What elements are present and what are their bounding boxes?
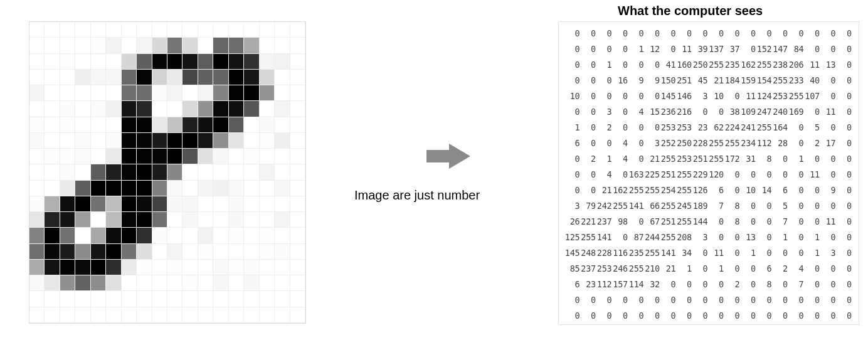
- pixel-cell: [260, 181, 275, 196]
- matrix-cell: 228: [692, 135, 708, 151]
- pixel-cell: [290, 117, 305, 133]
- pixel-cell: [29, 22, 45, 38]
- pixel-cell: [275, 117, 290, 133]
- pixel-cell: [183, 85, 198, 101]
- pixel-cell: [260, 164, 275, 180]
- matrix-cell: 0: [596, 308, 612, 324]
- pixel-cell: [106, 275, 121, 291]
- matrix-cell: 87: [628, 230, 644, 245]
- matrix-cell: 2: [804, 135, 820, 151]
- pixel-cell: [45, 54, 60, 70]
- pixel-cell: [91, 117, 106, 133]
- matrix-cell: 0: [580, 135, 596, 151]
- pixel-cell: [244, 164, 259, 180]
- pixel-cell: [137, 22, 152, 38]
- pixel-cell: [45, 164, 60, 180]
- pixel-cell: [106, 22, 121, 38]
- pixel-cell: [167, 275, 183, 291]
- pixel-cell: [229, 291, 244, 307]
- matrix-cell: 0: [756, 230, 772, 245]
- pixel-cell: [290, 244, 305, 260]
- matrix-cell: 1: [676, 261, 692, 277]
- matrix-cell: 0: [644, 120, 660, 135]
- matrix-cell: 0: [628, 135, 644, 151]
- matrix-cell: 10: [740, 183, 756, 198]
- pixel-cell: [91, 54, 106, 70]
- pixel-cell: [91, 22, 106, 38]
- pixel-cell: [213, 133, 228, 149]
- pixel-cell: [260, 228, 275, 243]
- pixel-cell: [75, 181, 90, 196]
- matrix-cell: 255: [660, 198, 676, 214]
- matrix-row: 002116225525525425512660101460090: [564, 183, 854, 198]
- pixel-cell: [213, 164, 228, 180]
- pixel-cell: [91, 181, 106, 196]
- matrix-cell: 0: [740, 261, 756, 277]
- matrix-row: 003041523621600381092472401690110: [564, 104, 854, 120]
- pixel-cell: [75, 164, 90, 180]
- matrix-cell: 251: [676, 73, 692, 88]
- matrix-cell: 0: [740, 167, 756, 183]
- matrix-cell: 255: [628, 183, 644, 198]
- matrix-cell: 241: [740, 120, 756, 135]
- matrix-cell: 159: [740, 73, 756, 88]
- pixel-cell: [91, 244, 106, 260]
- matrix-cell: 5: [804, 120, 820, 135]
- pixel-cell: [122, 70, 137, 85]
- matrix-cell: 2: [724, 277, 740, 292]
- matrix-cell: 0: [660, 292, 676, 308]
- matrix-cell: 0: [596, 292, 612, 308]
- matrix-cell: 84: [788, 41, 804, 57]
- matrix-cell: 0: [804, 41, 820, 57]
- pixel-cell: [137, 228, 152, 243]
- matrix-cell: 0: [660, 41, 676, 57]
- matrix-cell: 12: [644, 41, 660, 57]
- pixel-cell: [29, 307, 45, 323]
- pixel-cell: [106, 228, 121, 243]
- pixel-cell: [91, 307, 106, 323]
- pixel-cell: [152, 228, 167, 243]
- matrix-cell: 172: [724, 151, 740, 167]
- matrix-cell: 17: [820, 135, 836, 151]
- matrix-cell: 1: [804, 230, 820, 245]
- pixel-cell: [137, 275, 152, 291]
- pixel-cell: [75, 291, 90, 307]
- matrix-row: 0010004116025025523516225523820611130: [564, 57, 854, 73]
- matrix-cell: 0: [724, 167, 740, 183]
- pixel-cell: [198, 22, 213, 38]
- pixel-cell: [229, 117, 244, 133]
- matrix-cell: 14: [756, 183, 772, 198]
- matrix-cell: 0: [836, 261, 852, 277]
- matrix-cell: 0: [772, 151, 788, 167]
- matrix-row: 26221237980672512551440800700110: [564, 214, 854, 230]
- matrix-cell: 0: [724, 261, 740, 277]
- pixel-cell: [122, 196, 137, 212]
- matrix-cell: 248: [580, 245, 596, 261]
- matrix-cell: 16: [612, 73, 628, 88]
- matrix-cell: 0: [804, 292, 820, 308]
- pixel-cell: [260, 133, 275, 149]
- pixel-cell: [60, 275, 75, 291]
- matrix-cell: 0: [708, 26, 724, 41]
- matrix-cell: 252: [660, 135, 676, 151]
- matrix-cell: 254: [660, 183, 676, 198]
- matrix-cell: 11: [740, 88, 756, 104]
- matrix-cell: 126: [692, 183, 708, 198]
- pixel-cell: [213, 70, 228, 85]
- pixel-cell: [137, 244, 152, 260]
- pixel-cell: [91, 275, 106, 291]
- pixel-cell: [167, 101, 183, 117]
- pixel-cell: [290, 307, 305, 323]
- matrix-cell: 210: [644, 261, 660, 277]
- matrix-cell: 0: [724, 88, 740, 104]
- arrow-right-icon: [426, 141, 470, 174]
- matrix-cell: 107: [804, 88, 820, 104]
- matrix-cell: 13: [740, 230, 756, 245]
- matrix-cell: 0: [644, 308, 660, 324]
- pixel-cell: [29, 149, 45, 164]
- pixel-cell: [60, 101, 75, 117]
- matrix-cell: 0: [740, 214, 756, 230]
- pixel-cell: [152, 149, 167, 164]
- pixel-cell: [167, 307, 183, 323]
- matrix-cell: 0: [564, 292, 580, 308]
